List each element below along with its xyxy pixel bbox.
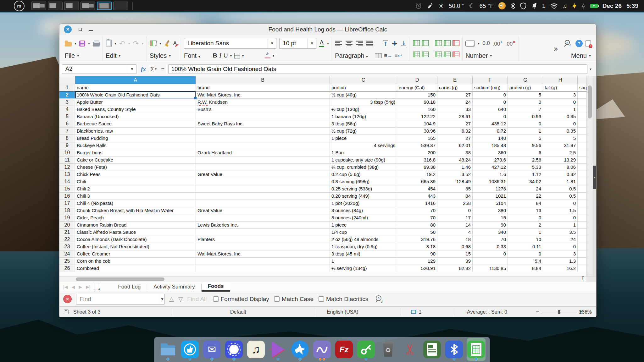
cell[interactable]: 427.12 (473, 164, 508, 171)
align-vcenter-icon[interactable] (391, 40, 398, 47)
cell[interactable]: 27 (437, 135, 473, 142)
cell[interactable]: Chili 4 (No pasta) (75, 200, 196, 207)
cell[interactable]: 1 piece (330, 222, 397, 229)
cell[interactable]: 3 tbsp (56g) (330, 120, 397, 128)
cell[interactable] (578, 99, 587, 106)
cell[interactable]: 30.96 (397, 128, 437, 135)
cell[interactable]: 13 (508, 207, 543, 214)
cell[interactable]: Lewis Bakeries Inc. (196, 222, 330, 229)
cell[interactable] (578, 193, 587, 200)
cell[interactable]: 14 (437, 222, 473, 229)
cell[interactable]: Cornbread (75, 265, 196, 272)
cell[interactable] (578, 171, 587, 178)
equals-icon[interactable]: = (161, 66, 164, 73)
toolbar-overflow-button[interactable]: » (551, 44, 561, 53)
cell[interactable]: Classic Alfredo Pasta Sauce (75, 229, 196, 236)
filezilla-icon[interactable]: Fz (335, 341, 353, 358)
row-header-15[interactable]: 15 (59, 185, 75, 193)
cell[interactable]: 640 (473, 106, 508, 113)
previous-sheet-icon[interactable]: ◀ (71, 284, 75, 289)
cell[interactable]: 5.4 (508, 258, 543, 265)
cell[interactable]: 273.6 (473, 156, 508, 164)
insert-row-below-icon[interactable] (422, 52, 429, 57)
row-header-14[interactable]: 14 (59, 178, 75, 185)
cell[interactable]: 0.93 (508, 113, 543, 120)
cell[interactable]: 3 tbsp (45 ml) (330, 250, 397, 258)
dock-item[interactable]: ♫ (247, 338, 265, 361)
delete-decimal-icon[interactable]: .00✕ (505, 40, 516, 47)
cell[interactable]: 0 (508, 120, 543, 128)
cell[interactable]: R.W. Knudsen (196, 99, 330, 106)
row-header-25[interactable]: 25 (59, 258, 75, 265)
cell[interactable]: Baked Beans, Country Style (75, 106, 196, 113)
cell[interactable]: 200 (397, 149, 437, 156)
borders-icon[interactable] (234, 53, 240, 58)
zoom-level[interactable]: 136% (579, 307, 592, 317)
cell[interactable]: Ozark Heartland (196, 149, 330, 156)
cell[interactable]: name (75, 84, 196, 91)
dock-item[interactable] (467, 338, 486, 361)
cell[interactable] (196, 185, 330, 193)
font-size-dropdown[interactable]: ▼ (308, 38, 316, 48)
cell[interactable]: 33 (437, 106, 473, 113)
save-icon[interactable] (79, 41, 85, 47)
sidebar-toggle[interactable]: ◂ (593, 166, 596, 189)
mint-menu-button[interactable]: m (14, 1, 25, 11)
cell[interactable] (578, 113, 587, 120)
highlight-color-icon[interactable] (265, 53, 270, 58)
cell[interactable]: 665.89 (397, 178, 437, 185)
cell[interactable] (196, 135, 330, 142)
panel-time[interactable]: 5:39 (626, 3, 638, 9)
insert-column-after-icon[interactable] (422, 40, 429, 46)
wifi-icon[interactable] (550, 3, 558, 9)
cell[interactable]: 3 (543, 250, 578, 258)
pufferfish-icon[interactable] (498, 2, 506, 9)
cell[interactable]: 0 (543, 214, 578, 222)
cell[interactable]: 5 (508, 135, 543, 142)
cell[interactable] (196, 243, 330, 250)
cell[interactable]: 539.37 (397, 142, 437, 149)
cell[interactable]: 15 (473, 214, 508, 222)
window-preview-box[interactable] (31, 2, 46, 10)
cell[interactable]: 150 (397, 91, 437, 99)
find-previous-icon[interactable]: △ (169, 295, 174, 303)
row-header-7[interactable]: 7 (59, 128, 75, 135)
paragraph-menu[interactable]: Paragraph ▾ (335, 52, 368, 59)
cell[interactable]: 6.92 (437, 128, 473, 135)
row-header-16[interactable]: 16 (59, 193, 75, 200)
cell[interactable]: fat (g) (543, 84, 578, 91)
cell[interactable] (196, 229, 330, 236)
column-header-A[interactable]: A (75, 76, 196, 84)
cell[interactable]: 3 (543, 91, 578, 99)
cell[interactable] (196, 265, 330, 272)
cell[interactable] (578, 258, 587, 265)
row-header-4[interactable]: 4 (59, 106, 75, 113)
cell[interactable]: 5 (543, 135, 578, 142)
row-header-2[interactable]: 2 (59, 91, 75, 99)
cell[interactable]: Cake or Cupcake (75, 156, 196, 164)
cell[interactable] (578, 250, 587, 258)
cell[interactable]: 90 (397, 250, 437, 258)
cell[interactable]: 70 (473, 236, 508, 243)
cell[interactable]: 28.61 (437, 113, 473, 120)
music-note-icon[interactable]: ♫ (247, 341, 265, 358)
cell[interactable]: 185.48 (473, 142, 508, 149)
cell[interactable]: 3.5 (543, 229, 578, 236)
cell[interactable] (578, 164, 587, 171)
cell[interactable]: 0.11 (508, 243, 543, 250)
cell[interactable]: 62.01 (437, 142, 473, 149)
cell[interactable]: 24 (543, 236, 578, 243)
column-header-H[interactable]: H (543, 76, 578, 84)
undo-dropdown[interactable]: ▾ (128, 41, 130, 46)
folder-icon[interactable] (159, 341, 177, 358)
cell[interactable]: 0.3 serving (698g) (330, 178, 397, 185)
dock-item[interactable] (423, 338, 441, 361)
cell[interactable]: 3 ounces (84g) (330, 207, 397, 214)
cell[interactable]: 0 (543, 243, 578, 250)
dock-item[interactable] (313, 338, 331, 361)
find-all-button[interactable]: Find All (187, 296, 207, 303)
checkbox-box[interactable] (213, 296, 219, 302)
row-header-1[interactable]: 1 (59, 84, 75, 91)
cell[interactable]: 99.38 (397, 164, 437, 171)
function-wizard-icon[interactable]: fx (141, 66, 146, 73)
